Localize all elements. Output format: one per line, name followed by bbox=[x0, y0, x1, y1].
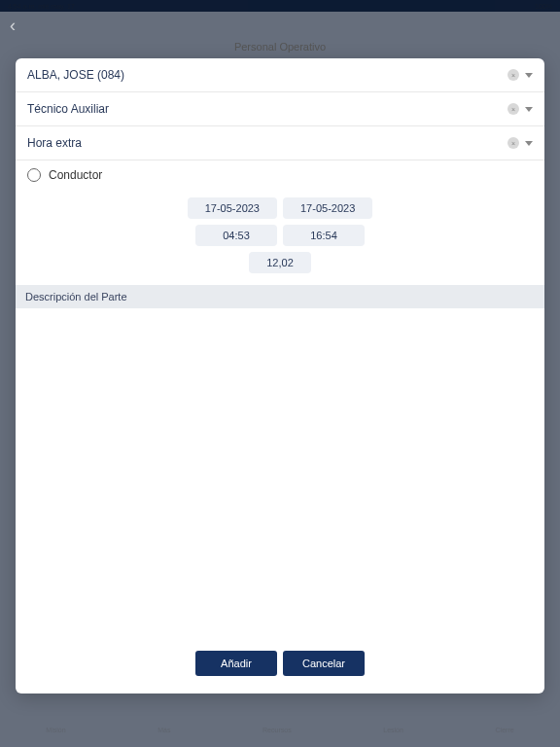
description-textarea[interactable] bbox=[16, 308, 544, 639]
tab-mision[interactable]: Misión bbox=[46, 727, 65, 733]
conductor-label: Conductor bbox=[49, 168, 102, 182]
dropdown-controls: × bbox=[508, 103, 533, 115]
radio-icon bbox=[27, 168, 41, 182]
start-date-chip[interactable]: 17-05-2023 bbox=[188, 197, 277, 219]
end-date-chip[interactable]: 17-05-2023 bbox=[283, 197, 372, 219]
action-buttons: Añadir Cancelar bbox=[16, 639, 544, 694]
nav-bar: ‹ bbox=[0, 12, 560, 39]
end-time-chip[interactable]: 16:54 bbox=[283, 225, 365, 246]
page-title: Personal Operativo bbox=[234, 41, 326, 53]
chevron-down-icon[interactable] bbox=[525, 107, 533, 112]
dropdown-controls: × bbox=[508, 137, 533, 149]
hour-type-value: Hora extra bbox=[27, 136, 82, 150]
tab-cierre[interactable]: Cierre bbox=[496, 727, 514, 733]
add-button[interactable]: Añadir bbox=[195, 651, 277, 676]
status-battery: 100% bbox=[535, 3, 552, 10]
dropdown-controls: × bbox=[508, 69, 533, 81]
start-time-chip[interactable]: 04:53 bbox=[195, 225, 277, 246]
status-time: 4:54 a.m. mié may. 17 bbox=[8, 3, 75, 10]
clear-icon[interactable]: × bbox=[508, 103, 519, 115]
conductor-radio[interactable]: Conductor bbox=[16, 160, 544, 190]
tab-mas[interactable]: Más bbox=[158, 727, 170, 733]
clear-icon[interactable]: × bbox=[508, 69, 519, 81]
time-row: 04:53 16:54 bbox=[195, 225, 365, 246]
date-row: 17-05-2023 17-05-2023 bbox=[188, 197, 373, 219]
hour-type-dropdown[interactable]: Hora extra × bbox=[16, 126, 544, 160]
tab-recursos[interactable]: Recursos bbox=[262, 727, 292, 733]
duration-chip[interactable]: 12,02 bbox=[249, 252, 311, 273]
chevron-down-icon[interactable] bbox=[525, 141, 533, 146]
status-bar: 4:54 a.m. mié may. 17 100% bbox=[0, 0, 560, 12]
person-value: ALBA, JOSE (084) bbox=[27, 68, 124, 82]
cancel-button[interactable]: Cancelar bbox=[283, 651, 365, 676]
role-value: Técnico Auxiliar bbox=[27, 102, 109, 116]
person-dropdown[interactable]: ALBA, JOSE (084) × bbox=[16, 58, 544, 92]
chevron-down-icon[interactable] bbox=[525, 73, 533, 78]
tab-lesion[interactable]: Lesión bbox=[383, 727, 403, 733]
back-icon[interactable]: ‹ bbox=[10, 16, 16, 36]
modal-dialog: ALBA, JOSE (084) × Técnico Auxiliar × Ho… bbox=[16, 58, 544, 694]
tab-bar: Misión Más Recursos Lesión Cierre bbox=[0, 713, 560, 747]
role-dropdown[interactable]: Técnico Auxiliar × bbox=[16, 92, 544, 126]
duration-row: 12,02 bbox=[249, 252, 311, 273]
description-header: Descripción del Parte bbox=[16, 285, 544, 308]
datetime-chips: 17-05-2023 17-05-2023 04:53 16:54 12,02 bbox=[16, 190, 544, 285]
clear-icon[interactable]: × bbox=[508, 137, 519, 149]
